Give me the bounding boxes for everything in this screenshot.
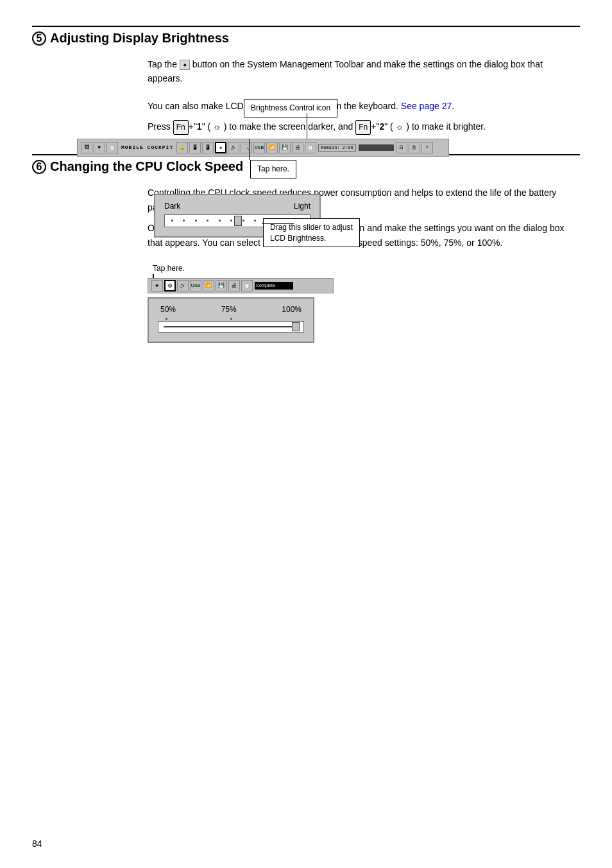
note-key2: +"2" ( ☼ ) to make it brighter. <box>371 121 486 132</box>
cpu-50: 50% <box>160 305 176 314</box>
toolbar-container: 🖼 ✖ 📋 MOBILE COCKPIT 🔒 📱 📱 ✦ 🔊 🔍 USB 📶 💾… <box>38 139 449 157</box>
section6-number: 6 <box>32 160 46 174</box>
tap-here-callout-text: Tap here. <box>250 160 296 178</box>
cpu-tap-text: Tap here. <box>153 264 185 273</box>
brightness-callout-text: Brightness Control icon <box>244 99 337 117</box>
cpu-slider-thumb[interactable] <box>292 322 300 331</box>
toolbar-icon-1: 🖼 <box>81 142 92 153</box>
tap-here-callout-box: Tap here. <box>250 160 296 178</box>
cpu-tb-icon1: ✦ <box>151 280 163 291</box>
cpu-tb-icon2[interactable]: ⚙ <box>164 280 176 291</box>
fn-key-1: Fn <box>173 120 189 135</box>
drag-callout-line2: LCD Brightness. <box>270 234 326 243</box>
cpu-tb-icon6: 💾 <box>216 280 227 291</box>
cpu-complete-text: Complete <box>256 282 275 290</box>
toolbar-icon-10: USB <box>253 142 265 153</box>
dot-7 <box>242 220 244 221</box>
dot-8 <box>254 220 256 221</box>
toolbar-icon-12: 💾 <box>279 142 291 153</box>
see-page-link[interactable]: See page 27 <box>401 101 452 111</box>
dot-2 <box>183 220 185 221</box>
cpu-tb-icon5: 📶 <box>203 280 214 291</box>
dot-5 <box>219 220 221 221</box>
cpu-tick-dots <box>158 317 304 320</box>
drag-callout-text: Drag this slider to adjust LCD Brightnes… <box>263 218 360 248</box>
section5-number: 5 <box>32 31 46 46</box>
callout-line-brightness <box>307 113 307 139</box>
toolbar-bar: 🖼 ✖ 📋 MOBILE COCKPIT 🔒 📱 📱 ✦ 🔊 🔍 USB 📶 💾… <box>77 139 449 157</box>
cpu-tb-icon3: 🔊 <box>177 280 189 291</box>
tap-here-line <box>249 139 250 160</box>
cpu-complete-container: Complete <box>255 282 293 290</box>
dot-3 <box>195 220 197 221</box>
cpu-75: 75% <box>221 305 237 314</box>
toolbar-remain: Remain: 2:06 <box>318 144 355 152</box>
section5-notes: You can also make LCD brightness setting… <box>148 99 580 135</box>
toolbar-icon-13: 🖨 <box>292 142 303 153</box>
section6-header: 6 Changing the CPU Clock Speed <box>32 154 580 174</box>
section5-note2: Press Fn+"1" ( ☼ ) to make the screen da… <box>148 119 580 135</box>
section5-content: Tap the ✦ button on the System Managemen… <box>148 57 580 86</box>
brightness-callout-box: Brightness Control icon <box>244 99 337 117</box>
label-dark: Dark <box>164 202 180 211</box>
drag-line-h <box>262 223 294 224</box>
cpu-toolbar: ✦ ⚙ 🔊 USB 📶 💾 🖨 📋 Complete <box>148 278 334 293</box>
toolbar-icon-9: 🔍 <box>241 142 252 153</box>
section5-title: Adjusting Display Brightness <box>50 31 229 46</box>
toolbar-icon-15: 日 <box>396 142 407 153</box>
label-light: Light <box>294 202 310 211</box>
toolbar-icon-11: 📶 <box>266 142 278 153</box>
toolbar-icon-17: ? <box>421 142 433 153</box>
section6-title: Changing the CPU Clock Speed <box>50 159 243 174</box>
cpu-tb-icon8: 📋 <box>241 280 253 291</box>
cpu-diagram: Tap here. ✦ ⚙ 🔊 USB 📶 💾 🖨 📋 Complete 50%… <box>148 263 404 343</box>
note-key1: +"1" ( ☼ ) to make the screen darker, an… <box>189 121 356 132</box>
toolbar-icon-5: 📱 <box>189 142 201 153</box>
toolbar-battery <box>359 144 394 151</box>
cpu-dialog: 50% 75% 100% <box>148 297 314 343</box>
toolbar-icon-3: 📋 <box>106 142 118 153</box>
toolbar-brand: MOBILE COCKPIT <box>121 144 173 150</box>
dot-6 <box>230 220 232 221</box>
fn-key-2: Fn <box>355 120 371 135</box>
drag-callout-line1: Drag this slider to adjust <box>270 223 353 232</box>
dot-4 <box>207 220 208 221</box>
cpu-tap-here-label: Tap here. <box>153 263 404 273</box>
toolbar-brightness-icon[interactable]: ✦ <box>215 142 226 153</box>
cpu-100: 100% <box>282 305 302 314</box>
cpu-tick-2 <box>230 318 232 320</box>
section6: 6 Changing the CPU Clock Speed Controlli… <box>32 154 580 343</box>
cpu-slider-track[interactable] <box>158 321 304 333</box>
toolbar-icon-2: ✖ <box>94 142 105 153</box>
cpu-tick-1 <box>166 318 167 320</box>
cpu-percent-labels: 50% 75% 100% <box>158 305 304 314</box>
cpu-slider-line <box>164 326 298 327</box>
toolbar-icon-8: 🔊 <box>228 142 239 153</box>
section5-note1: You can also make LCD brightness setting… <box>148 99 580 113</box>
toolbar-icon-6: 📱 <box>202 142 214 153</box>
cpu-tb-icon4: USB <box>190 280 201 291</box>
brightness-labels: Dark Light <box>164 202 310 211</box>
toolbar-icon-16: 英 <box>409 142 420 153</box>
section5-intro: Tap the ✦ button on the System Managemen… <box>148 57 580 86</box>
toolbar-icon-4: 🔒 <box>176 142 188 153</box>
page-number: 84 <box>32 838 42 849</box>
note-press: Press <box>148 121 173 132</box>
section5-header: 5 Adjusting Display Brightness <box>32 26 580 46</box>
drag-callout-box: Drag this slider to adjust LCD Brightnes… <box>263 218 360 248</box>
cpu-tb-icon7: 🖨 <box>228 280 240 291</box>
dot-1 <box>171 220 173 221</box>
slider-thumb[interactable] <box>234 216 242 226</box>
toolbar-icon-14: 📋 <box>305 142 316 153</box>
